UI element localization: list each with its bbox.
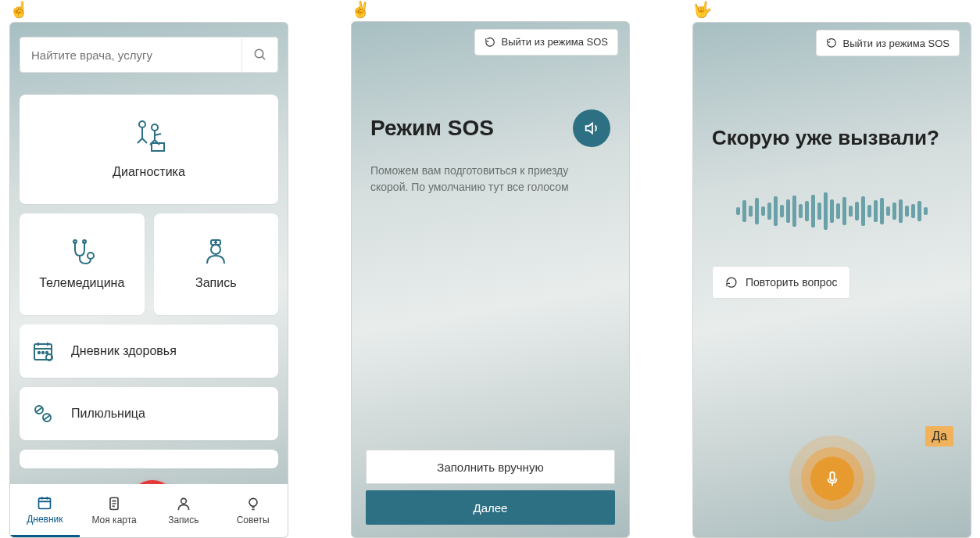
search-input[interactable] bbox=[20, 38, 241, 72]
exit-sos-button[interactable]: Выйти из режима SOS bbox=[474, 29, 618, 56]
refresh-icon bbox=[725, 276, 738, 289]
wave-bar bbox=[892, 203, 896, 220]
sos-title: Режим SOS bbox=[370, 116, 494, 141]
wave-bar bbox=[811, 195, 815, 228]
diagnostics-label: Диагностика bbox=[113, 165, 185, 179]
wave-bar bbox=[861, 196, 865, 226]
wave-bar bbox=[836, 203, 840, 219]
wave-bar bbox=[817, 203, 821, 220]
wave-bar bbox=[799, 204, 803, 218]
tab-card-icon bbox=[106, 496, 122, 511]
svg-point-2 bbox=[139, 121, 145, 127]
hand-emoji-1: ☝️ bbox=[9, 0, 288, 22]
sound-button[interactable] bbox=[573, 109, 610, 147]
doctor-icon bbox=[202, 239, 229, 265]
exit-sos-label-2: Выйти из режима SOS bbox=[843, 38, 950, 49]
wave-bar bbox=[755, 198, 759, 224]
svg-point-3 bbox=[152, 124, 158, 131]
tab-diary[interactable]: Дневник bbox=[10, 484, 80, 537]
mic-button[interactable] bbox=[810, 457, 854, 500]
svg-point-7 bbox=[88, 253, 94, 259]
speaker-icon bbox=[583, 120, 600, 137]
card-health-diary[interactable]: Дневник здоровья bbox=[20, 325, 278, 378]
calendar-icon bbox=[32, 340, 54, 362]
tab-booking-icon bbox=[176, 496, 191, 511]
question-text: Скорую уже вызвали? bbox=[712, 126, 952, 150]
wave-bar bbox=[749, 206, 753, 217]
search-bar bbox=[20, 37, 278, 73]
tab-bar: Дневник Моя карта Запись Советы bbox=[10, 484, 288, 537]
hand-emoji-3: 🤟 bbox=[692, 0, 971, 22]
svg-rect-21 bbox=[830, 472, 835, 481]
booking-label: Запись bbox=[195, 276, 237, 290]
card-diagnostics[interactable]: Диагностика bbox=[20, 95, 278, 204]
next-button[interactable]: Далее bbox=[366, 490, 615, 525]
wave-bar bbox=[774, 196, 778, 226]
screen-sos-question: Выйти из режима SOS Скорую уже вызвали? … bbox=[692, 22, 971, 538]
svg-point-0 bbox=[255, 49, 263, 58]
wave-bar bbox=[786, 199, 790, 223]
wave-bar bbox=[767, 203, 771, 220]
sos-description: Поможем вам подготовиться к приезду скор… bbox=[370, 163, 597, 195]
card-pillbox[interactable]: Пилюльница bbox=[20, 387, 278, 440]
search-button[interactable] bbox=[241, 38, 277, 72]
wave-bar bbox=[792, 195, 796, 227]
svg-point-11 bbox=[38, 352, 40, 353]
tab-booking[interactable]: Запись bbox=[149, 484, 219, 537]
audio-waveform bbox=[712, 188, 952, 235]
health-diary-label: Дневник здоровья bbox=[71, 344, 177, 358]
wave-bar bbox=[911, 204, 915, 218]
exit-sos-label: Выйти из режима SOS bbox=[502, 36, 608, 48]
screen-home: Диагностика Телемедицина bbox=[9, 22, 288, 538]
tab-diary-icon bbox=[37, 495, 52, 511]
pills-icon bbox=[32, 403, 54, 425]
wave-bar bbox=[830, 199, 834, 223]
wave-bar bbox=[855, 202, 859, 221]
svg-point-20 bbox=[249, 498, 257, 506]
tab-tips-label: Советы bbox=[237, 515, 270, 525]
wave-bar bbox=[867, 205, 871, 217]
wave-bar bbox=[905, 206, 909, 217]
wave-bar bbox=[742, 200, 746, 222]
tab-my-card[interactable]: Моя карта bbox=[80, 484, 149, 537]
diagnostics-icon bbox=[131, 120, 167, 152]
tab-tips[interactable]: Советы bbox=[218, 484, 288, 537]
wave-bar bbox=[842, 197, 846, 225]
pillbox-label: Пилюльница bbox=[71, 407, 145, 421]
hand-emoji-2: ✌️ bbox=[351, 0, 630, 21]
card-telemedicine[interactable]: Телемедицина bbox=[20, 213, 145, 315]
voice-answer: Да bbox=[925, 426, 953, 447]
svg-point-9 bbox=[211, 245, 220, 254]
exit-sos-button-2[interactable]: Выйти из режима SOS bbox=[816, 30, 960, 56]
wave-bar bbox=[924, 207, 928, 215]
tab-booking-label: Запись bbox=[168, 515, 199, 525]
wave-bar bbox=[736, 207, 740, 215]
exit-icon bbox=[485, 37, 495, 48]
svg-line-1 bbox=[262, 56, 265, 59]
card-booking[interactable]: Запись bbox=[154, 213, 279, 315]
telemedicine-label: Телемедицина bbox=[39, 276, 124, 290]
svg-rect-17 bbox=[39, 498, 51, 508]
manual-fill-button[interactable]: Заполнить вручную bbox=[366, 450, 615, 484]
wave-bar bbox=[899, 199, 903, 223]
mic-icon bbox=[824, 470, 841, 487]
screen-sos-intro: Выйти из режима SOS Режим SOS Поможем ва… bbox=[351, 21, 630, 538]
wave-bar bbox=[886, 206, 890, 216]
wave-bar bbox=[849, 206, 853, 217]
svg-point-13 bbox=[46, 352, 48, 353]
svg-rect-4 bbox=[152, 143, 164, 151]
wave-bar bbox=[880, 198, 884, 224]
wave-bar bbox=[780, 205, 784, 217]
wave-bar bbox=[761, 206, 765, 216]
repeat-label: Повторить вопрос bbox=[746, 276, 837, 289]
stethoscope-icon bbox=[69, 239, 95, 265]
repeat-question-button[interactable]: Повторить вопрос bbox=[712, 266, 850, 299]
card-cutoff bbox=[20, 450, 278, 468]
tab-card-label: Моя карта bbox=[91, 515, 136, 525]
svg-point-19 bbox=[181, 498, 187, 504]
tab-diary-label: Дневник bbox=[27, 514, 63, 525]
tab-tips-icon bbox=[245, 496, 261, 511]
exit-icon bbox=[826, 38, 837, 48]
wave-bar bbox=[805, 201, 809, 221]
mic-button-wrap bbox=[789, 436, 875, 522]
